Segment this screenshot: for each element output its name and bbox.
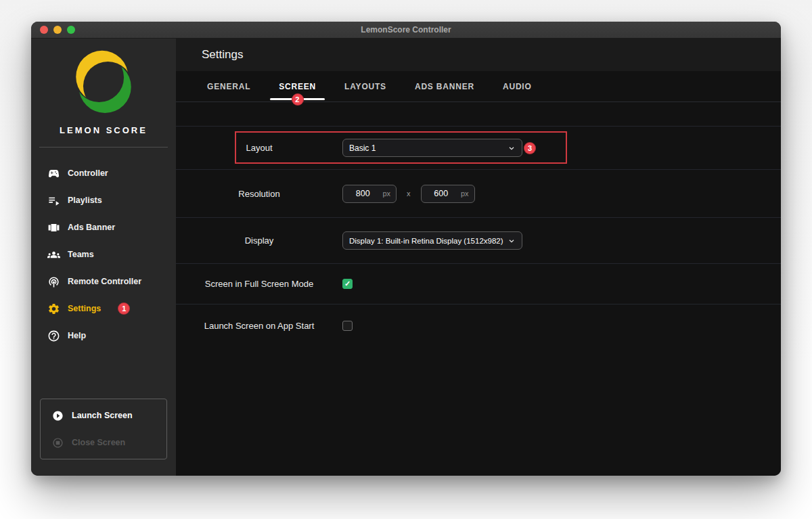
stop-circle-icon [52, 437, 64, 449]
sidebar-item-label: Help [68, 331, 86, 340]
carousel-icon [47, 221, 60, 234]
tab-label: ADS BANNER [415, 82, 474, 91]
step-badge-3: 3 [524, 142, 536, 154]
sidebar-item-label: Controller [68, 168, 108, 178]
sidebar-item-controller[interactable]: Controller [31, 160, 176, 187]
resolution-unit: px [382, 189, 390, 198]
tab-label: GENERAL [207, 82, 250, 91]
app-logo: LEMON SCORE [31, 39, 176, 135]
playlist-icon [47, 194, 60, 207]
tab-label: LAYOUTS [344, 82, 386, 91]
sidebar-item-remote-controller[interactable]: Remote Controller [31, 268, 176, 295]
close-screen-label: Close Screen [72, 438, 125, 447]
tab-general[interactable]: GENERAL [198, 71, 259, 101]
launch-screen-label: Launch Screen [72, 411, 133, 420]
tab-label: AUDIO [503, 82, 532, 91]
resolution-width-input[interactable]: 800 px [342, 185, 397, 203]
people-icon [47, 248, 60, 261]
chevron-down-icon [508, 237, 516, 245]
tab-ads-banner[interactable]: ADS BANNER [406, 71, 483, 101]
broadcast-icon [47, 275, 60, 288]
display-row: Display Display 1: Built-in Retina Displ… [176, 218, 781, 264]
resolution-unit: px [461, 189, 469, 198]
traffic-lights [40, 22, 75, 38]
close-screen-button[interactable]: Close Screen [41, 429, 166, 456]
play-circle-icon [52, 410, 64, 422]
titlebar: LemonScore Controller [31, 22, 781, 39]
sidebar-item-label: Teams [68, 250, 94, 259]
step-badge-2: 2 [292, 93, 304, 106]
resolution-height-value: 600 [422, 189, 461, 198]
page-header: Settings [176, 39, 781, 71]
app-window: LemonScore Controller LEMON SCORE [31, 22, 781, 476]
window-title: LemonScore Controller [361, 25, 451, 35]
launch-on-start-checkbox[interactable] [342, 321, 353, 331]
tab-audio[interactable]: AUDIO [494, 71, 541, 101]
sidebar-item-label: Ads Banner [68, 223, 115, 232]
fullscreen-label: Screen in Full Screen Mode [176, 279, 342, 289]
launch-screen-button[interactable]: Launch Screen [41, 402, 166, 429]
layout-label: Layout [176, 143, 342, 153]
launch-on-start-label: Launch Screen on App Start [176, 321, 342, 331]
fullscreen-checkbox[interactable] [342, 279, 353, 289]
launch-on-start-row: Launch Screen on App Start [176, 304, 781, 346]
gamepad-icon [47, 167, 60, 180]
close-window-button[interactable] [40, 26, 48, 34]
sidebar-item-teams[interactable]: Teams [31, 241, 176, 268]
settings-tabs: GENERAL SCREEN 2 LAYOUTS ADS BANNER AUDI… [176, 71, 781, 102]
main-content: Settings GENERAL SCREEN 2 LAYOUTS ADS BA… [176, 39, 781, 476]
resolution-height-input[interactable]: 600 px [421, 185, 475, 203]
display-label: Display [176, 235, 342, 246]
sidebar-item-ads-banner[interactable]: Ads Banner [31, 214, 176, 241]
resolution-row: Resolution 800 px x 600 px [176, 170, 781, 218]
sidebar-item-label: Settings [68, 304, 101, 313]
sidebar-item-playlists[interactable]: Playlists [31, 187, 176, 214]
sidebar-item-label: Playlists [68, 196, 102, 205]
layout-select-value: Basic 1 [349, 143, 508, 153]
tab-label: SCREEN [279, 82, 316, 91]
sidebar-item-help[interactable]: Help [31, 322, 176, 349]
step-badge-1: 1 [118, 302, 130, 315]
gear-icon [47, 302, 60, 315]
tab-layouts[interactable]: LAYOUTS [336, 71, 395, 101]
sidebar-item-label: Remote Controller [68, 277, 141, 286]
minimize-window-button[interactable] [53, 26, 62, 34]
help-icon [47, 330, 60, 342]
layout-select[interactable]: Basic 1 [342, 139, 522, 157]
tab-screen[interactable]: SCREEN 2 [270, 71, 325, 101]
sidebar-divider [39, 147, 168, 148]
display-select-value: Display 1: Built-in Retina Display (1512… [349, 237, 508, 245]
lemonscore-logo-icon [64, 43, 143, 122]
screen-control-panel: Launch Screen Close Screen [40, 399, 167, 459]
chevron-down-icon [508, 144, 516, 152]
resolution-separator: x [407, 189, 411, 198]
fullscreen-row: Screen in Full Screen Mode [176, 264, 781, 304]
empty-row [176, 102, 781, 127]
sidebar-item-settings[interactable]: Settings 1 [31, 295, 176, 322]
zoom-window-button[interactable] [67, 26, 75, 34]
resolution-width-value: 800 [343, 189, 382, 198]
sidebar: LEMON SCORE Controller Playlists [31, 39, 176, 476]
resolution-label: Resolution [176, 189, 342, 199]
sidebar-nav: Controller Playlists Ads Banner [31, 160, 176, 349]
logo-text: LEMON SCORE [31, 125, 176, 135]
page-title: Settings [202, 48, 243, 62]
layout-row: Layout Basic 1 3 [176, 127, 781, 170]
display-select[interactable]: Display 1: Built-in Retina Display (1512… [342, 231, 522, 250]
